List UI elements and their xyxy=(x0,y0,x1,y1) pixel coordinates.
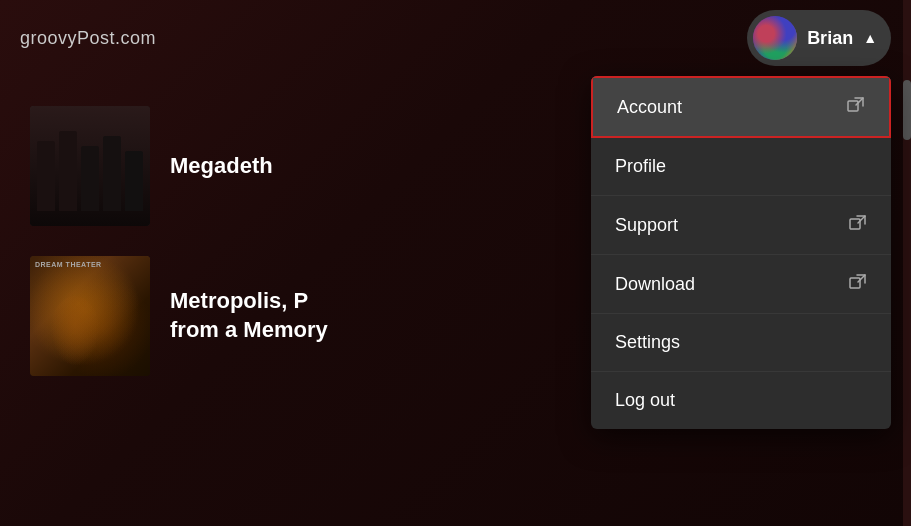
menu-item-label-support: Support xyxy=(615,215,678,236)
header: groovyPost.com Brian ▲ xyxy=(0,0,911,76)
menu-item-logout[interactable]: Log out xyxy=(591,372,891,429)
svg-rect-0 xyxy=(848,101,858,111)
menu-item-download[interactable]: Download xyxy=(591,255,891,314)
menu-item-label-account: Account xyxy=(617,97,682,118)
external-link-icon-download xyxy=(849,273,867,295)
external-link-icon-support xyxy=(849,214,867,236)
album-art-megadeth xyxy=(30,106,150,226)
user-menu-button[interactable]: Brian ▲ xyxy=(747,10,891,66)
menu-item-account[interactable]: Account xyxy=(591,76,891,138)
menu-item-label-profile: Profile xyxy=(615,156,666,177)
album-title-dreamtheater: Metropolis, P from a Memory xyxy=(170,287,328,344)
external-link-icon-account xyxy=(847,96,865,118)
menu-item-label-logout: Log out xyxy=(615,390,675,411)
avatar xyxy=(753,16,797,60)
svg-rect-2 xyxy=(850,278,860,288)
menu-item-support[interactable]: Support xyxy=(591,196,891,255)
svg-rect-1 xyxy=(850,219,860,229)
avatar-image xyxy=(753,16,797,60)
album-title-megadeth: Megadeth xyxy=(170,152,273,181)
menu-item-label-download: Download xyxy=(615,274,695,295)
dropdown-menu: Account ProfileSupport Download Settings… xyxy=(591,76,891,429)
user-name: Brian xyxy=(807,28,853,49)
menu-item-label-settings: Settings xyxy=(615,332,680,353)
menu-item-profile[interactable]: Profile xyxy=(591,138,891,196)
chevron-up-icon: ▲ xyxy=(863,30,877,46)
menu-item-settings[interactable]: Settings xyxy=(591,314,891,372)
album-art-dreamtheater: DREAM THEATER xyxy=(30,256,150,376)
scrollbar-thumb[interactable] xyxy=(903,80,911,140)
logo: groovyPost.com xyxy=(20,28,156,49)
scrollbar-track[interactable] xyxy=(903,0,911,526)
